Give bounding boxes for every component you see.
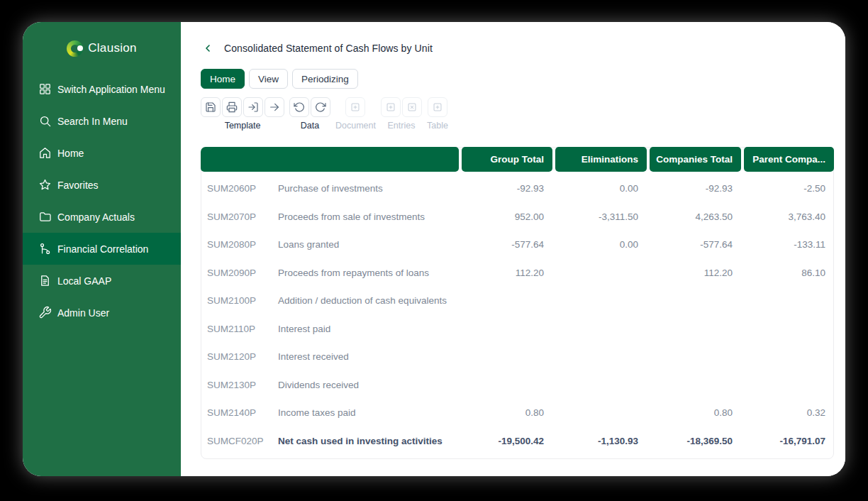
table-row-sum2120p[interactable]: SUM2120PInterest received — [201, 343, 834, 371]
row-value: -18,369.50 — [650, 427, 741, 456]
redo-icon — [315, 101, 326, 113]
table-row-sum2090p[interactable]: SUM2090PProceeds from repayments of loan… — [201, 259, 834, 287]
table-row-sumcf020p[interactable]: SUMCF020PNet cash used in investing acti… — [201, 427, 834, 456]
title-bar: Consolidated Statement of Cash Flows by … — [201, 41, 433, 55]
row-value: -92.93 — [462, 175, 552, 203]
toolbar-group-label: Data — [301, 121, 319, 131]
import-button[interactable] — [243, 97, 263, 117]
print-button[interactable] — [222, 97, 242, 117]
column-header-companies-total[interactable]: Companies Total — [650, 147, 741, 172]
save-button[interactable] — [201, 97, 221, 117]
tab-periodizing[interactable]: Periodizing — [292, 69, 358, 89]
row-value — [462, 343, 552, 371]
table-row-sum2140p[interactable]: SUM2140PIncome taxes paid0.800.800.32 — [201, 399, 834, 427]
toolbar-group-document: Document — [335, 97, 376, 131]
undo-icon — [294, 101, 305, 113]
add-box-button[interactable] — [381, 97, 401, 117]
row-value — [555, 287, 647, 315]
save-icon — [205, 101, 216, 113]
row-value: -577.64 — [462, 231, 552, 259]
toolbar-group-table: Table — [427, 97, 448, 131]
tab-view[interactable]: View — [249, 69, 288, 89]
sidebar-item-financial-correlation[interactable]: Financial Correlation — [23, 233, 181, 265]
row-value — [555, 399, 647, 427]
row-value: 0.00 — [555, 231, 647, 259]
add-box-icon — [350, 102, 360, 112]
row-value: 0.80 — [650, 399, 741, 427]
row-code: SUM2120P — [207, 351, 278, 362]
row-value — [462, 371, 552, 400]
undo-button[interactable] — [289, 97, 309, 117]
toolbar-group-label: Document — [335, 121, 376, 131]
row-value — [462, 315, 552, 343]
row-value — [650, 371, 741, 400]
row-value: -1,130.93 — [555, 427, 647, 456]
clausion-logo-icon — [67, 40, 83, 57]
row-value — [744, 343, 834, 371]
row-code: SUM2090P — [207, 268, 278, 278]
folder-icon — [38, 210, 52, 224]
row-value — [744, 315, 834, 343]
desktop-background: Clausion Switch Application MenuSearch I… — [0, 0, 868, 501]
row-code: SUM2060P — [207, 183, 278, 194]
row-description: Net cash used in investing activities — [278, 436, 443, 446]
add-box-icon — [433, 102, 443, 112]
row-code: SUM2130P — [207, 380, 278, 390]
arrow-right-icon — [269, 101, 280, 113]
table-row-sum2080p[interactable]: SUM2080PLoans granted-577.640.00-577.64-… — [201, 231, 834, 259]
row-value: -3,311.50 — [555, 203, 647, 231]
toolbar-group-data: Data — [289, 97, 330, 131]
row-value — [462, 287, 552, 315]
table-row-sum2100p[interactable]: SUM2100PAddition / deduction of cash equ… — [201, 287, 834, 315]
toolbar-group-label: Table — [427, 121, 448, 131]
row-description: Interest received — [278, 351, 349, 362]
row-description: Proceeds from repayments of loans — [278, 268, 429, 278]
table-body: SUM2060PPurchase of investments-92.930.0… — [201, 175, 834, 455]
add-box-button[interactable] — [345, 97, 365, 117]
sidebar-item-admin-user[interactable]: Admin User — [23, 297, 181, 329]
table-header-row: Group TotalEliminationsCompanies TotalPa… — [201, 147, 834, 172]
row-code: SUM2140P — [207, 407, 278, 418]
row-value: -133.11 — [744, 231, 834, 259]
back-button[interactable] — [202, 43, 213, 54]
redo-button[interactable] — [311, 97, 330, 117]
table-row-sum2070p[interactable]: SUM2070PProceeds from sale of investment… — [201, 203, 834, 231]
table-row-sum2130p[interactable]: SUM2130PDividends received — [201, 371, 834, 400]
column-header-group-total[interactable]: Group Total — [462, 147, 552, 172]
sidebar: Clausion Switch Application MenuSearch I… — [23, 22, 181, 476]
sidebar-item-label: Switch Application Menu — [57, 84, 165, 95]
row-value — [650, 315, 741, 343]
sidebar-item-label: Admin User — [57, 307, 109, 319]
sidebar-item-home[interactable]: Home — [23, 137, 181, 169]
row-description: Proceeds from sale of investments — [278, 211, 425, 222]
sidebar-item-switch-application-menu[interactable]: Switch Application Menu — [23, 73, 181, 105]
import-icon — [247, 101, 259, 113]
column-header-row-label[interactable] — [201, 147, 459, 172]
row-value — [744, 371, 834, 400]
row-description: Interest paid — [278, 324, 330, 334]
sidebar-item-local-gaap[interactable]: Local GAAP — [23, 265, 181, 297]
row-value: -2.50 — [744, 175, 834, 203]
sidebar-item-search-in-menu[interactable]: Search In Menu — [23, 105, 181, 137]
table-row-sum2110p[interactable]: SUM2110PInterest paid — [201, 315, 834, 343]
sidebar-nav: Switch Application MenuSearch In MenuHom… — [23, 73, 181, 329]
toolbar-group-label: Template — [225, 121, 261, 131]
column-header-parent-compa[interactable]: Parent Compa... — [744, 147, 834, 172]
print-icon — [226, 101, 238, 113]
sidebar-item-label: Search In Menu — [57, 116, 128, 127]
remove-box-button[interactable] — [402, 97, 422, 117]
add-box-button[interactable] — [428, 97, 447, 117]
cash-flow-table: Group TotalEliminationsCompanies TotalPa… — [201, 147, 834, 459]
row-value: 86.10 — [744, 259, 834, 287]
row-value — [555, 315, 647, 343]
home-icon — [38, 146, 52, 160]
tab-home[interactable]: Home — [201, 69, 245, 89]
toolbar: TemplateDataDocumentEntriesTable — [201, 97, 448, 131]
sidebar-item-favorites[interactable]: Favorites — [23, 169, 181, 201]
sidebar-item-company-actuals[interactable]: Company Actuals — [23, 201, 181, 233]
table-row-sum2060p[interactable]: SUM2060PPurchase of investments-92.930.0… — [201, 175, 834, 203]
arrow-right-button[interactable] — [265, 97, 284, 117]
column-header-eliminations[interactable]: Eliminations — [555, 147, 647, 172]
row-value: 112.20 — [650, 259, 741, 287]
tab-bar: HomeViewPeriodizing — [201, 69, 358, 89]
